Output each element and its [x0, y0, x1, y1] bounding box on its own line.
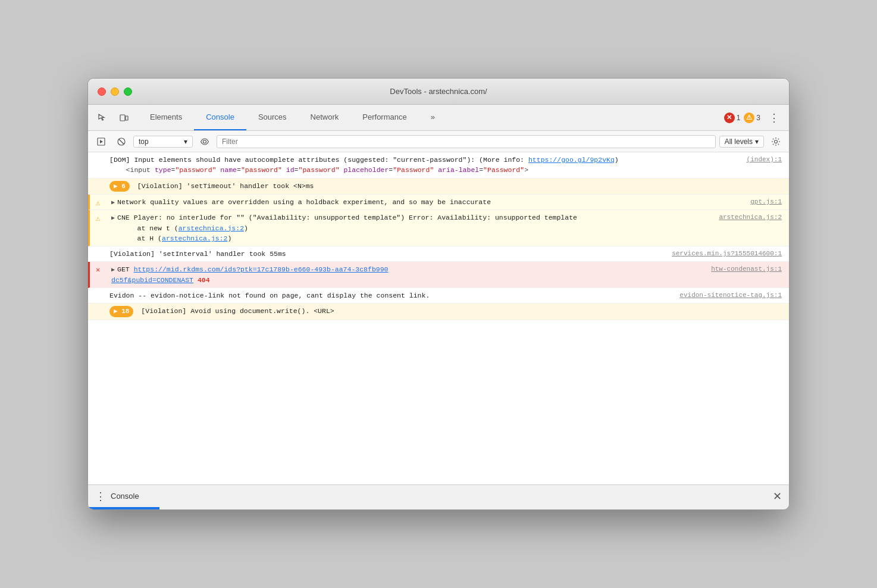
- get-url[interactable]: https://mid.rkdms.com/ids?ptk=17c1789b-e…: [134, 265, 389, 273]
- source-link[interactable]: services.min.js?1555014600:1: [672, 249, 782, 259]
- tab-console[interactable]: Console: [194, 105, 246, 130]
- bottom-bar-close-button[interactable]: ✕: [773, 490, 782, 503]
- log-levels-selector[interactable]: All levels ▾: [719, 136, 764, 148]
- tab-sources[interactable]: Sources: [246, 105, 299, 130]
- window-title: DevTools - arstechnica.com/: [390, 87, 487, 96]
- list-item: services.min.js?1555014600:1 [Violation]…: [88, 246, 789, 262]
- clear-console-button[interactable]: [113, 133, 130, 150]
- tab-elements[interactable]: Elements: [138, 105, 194, 130]
- warning-icon: ⚠: [96, 198, 101, 209]
- get-url-cont[interactable]: dc5f&pubid=CONDENAST: [111, 276, 193, 284]
- error-icon: ✕: [96, 265, 100, 276]
- bottom-bar: ⋮ Console ✕: [88, 484, 789, 507]
- svg-point-6: [203, 140, 206, 143]
- execute-button[interactable]: [93, 133, 109, 150]
- tabs-container: Elements Console Sources Network Perform…: [138, 105, 719, 130]
- inspect-element-button[interactable]: [93, 108, 112, 127]
- console-output: (index):1 [DOM] Input elements should ha…: [88, 152, 789, 484]
- repeat-count-badge: ▶ 6: [109, 181, 130, 192]
- traffic-lights: [98, 87, 132, 96]
- cne-link-2[interactable]: arstechnica.js:2: [162, 234, 227, 242]
- list-item: ✕ htw-condenast.js:1 ▶GET https://mid.rk…: [88, 262, 789, 288]
- svg-point-7: [775, 140, 778, 143]
- tab-more[interactable]: »: [419, 105, 447, 130]
- svg-rect-1: [126, 116, 128, 120]
- list-item: evidon-sitenotice-tag.js:1 Evidon -- evi…: [88, 288, 789, 304]
- list-item: ▶ 18 [Violation] Avoid using document.wr…: [88, 304, 789, 320]
- list-item: ⚠ gpt.js:1 ▶Network quality values are o…: [88, 195, 789, 210]
- bottom-bar-title: Console: [111, 492, 139, 501]
- list-item: (index):1 [DOM] Input elements should ha…: [88, 152, 789, 179]
- console-toolbar: top ▾ All levels ▾: [88, 131, 789, 152]
- dom-link[interactable]: https://goo.gl/9p2vKq: [528, 156, 615, 164]
- live-expression-button[interactable]: [196, 133, 213, 150]
- source-link[interactable]: gpt.js:1: [750, 197, 782, 207]
- progress-indicator: [88, 507, 159, 509]
- error-count-badge: ✕ 1: [724, 112, 741, 123]
- tab-network[interactable]: Network: [299, 105, 351, 130]
- filter-input[interactable]: [217, 135, 716, 148]
- warning-icon: ⚠: [96, 213, 101, 225]
- titlebar: DevTools - arstechnica.com/: [88, 79, 789, 105]
- list-item: ⚠ arstechnica.js:2 ▶CNE Player: no inter…: [88, 210, 789, 246]
- svg-rect-0: [120, 115, 125, 121]
- warning-count-badge: ⚠ 3: [744, 112, 760, 123]
- devtools-window: DevTools - arstechnica.com/: [87, 78, 790, 510]
- loading-progress-bar: [88, 507, 789, 509]
- cne-link-1[interactable]: arstechnica.js:2: [178, 224, 244, 232]
- toolbar-right: ✕ 1 ⚠ 3 ⋮: [719, 105, 789, 130]
- toolbar-left-icons: [88, 105, 138, 130]
- list-item: ▶ 6 [Violation] 'setTimeout' handler too…: [88, 179, 789, 195]
- context-selector[interactable]: top ▾: [133, 136, 193, 148]
- source-link[interactable]: htw-condenast.js:1: [711, 264, 782, 274]
- svg-line-5: [119, 139, 124, 144]
- bottom-bar-menu-button[interactable]: ⋮: [95, 490, 106, 503]
- devtools-menu-button[interactable]: ⋮: [764, 109, 784, 127]
- svg-marker-3: [100, 140, 103, 143]
- source-link[interactable]: arstechnica.js:2: [719, 212, 782, 223]
- source-link[interactable]: evidon-sitenotice-tag.js:1: [679, 290, 782, 301]
- error-icon: ✕: [724, 112, 735, 123]
- device-toolbar-button[interactable]: [114, 108, 133, 127]
- close-button[interactable]: [98, 87, 106, 96]
- maximize-button[interactable]: [124, 87, 132, 96]
- main-toolbar: Elements Console Sources Network Perform…: [88, 105, 789, 131]
- warning-icon: ⚠: [744, 112, 754, 123]
- minimize-button[interactable]: [111, 87, 119, 96]
- repeat-count-badge: ▶ 18: [109, 306, 133, 317]
- console-settings-button[interactable]: [768, 133, 784, 150]
- tab-performance[interactable]: Performance: [350, 105, 418, 130]
- source-link[interactable]: (index):1: [747, 155, 782, 165]
